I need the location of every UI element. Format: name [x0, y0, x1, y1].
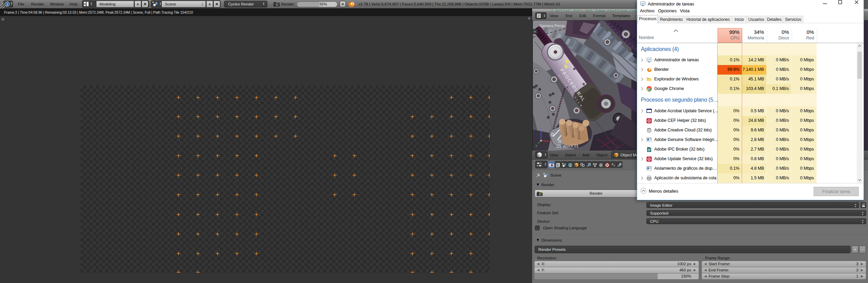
- svg-text:x: x: [550, 140, 552, 143]
- svg-text:Camera Persp: Camera Persp: [539, 24, 565, 28]
- svg-text:+: +: [534, 29, 536, 34]
- svg-text:z: z: [540, 126, 541, 130]
- svg-text:i: i: [7, 2, 8, 6]
- svg-text:y: y: [536, 143, 537, 147]
- svg-text:(2) WireX.01: (2) WireX.01: [556, 144, 579, 148]
